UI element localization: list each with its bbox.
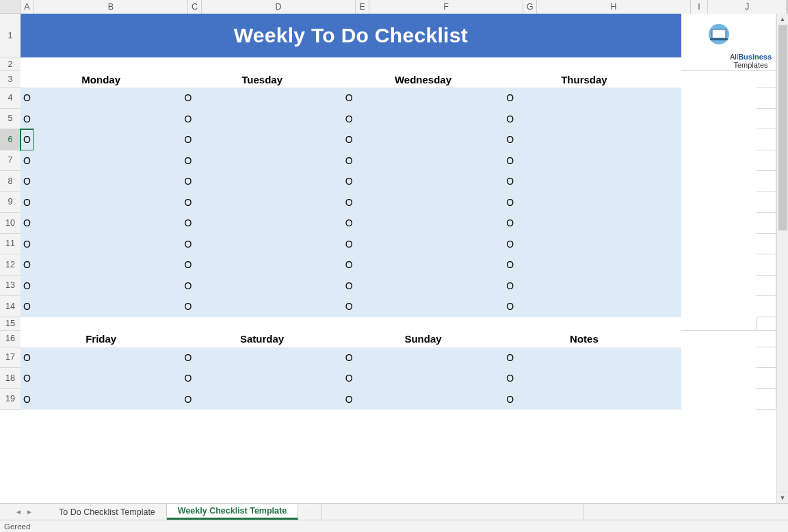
checklist-line[interactable] xyxy=(356,171,503,192)
cell[interactable] xyxy=(665,71,681,88)
row-header-4[interactable]: 4 xyxy=(0,88,21,109)
checklist-mark[interactable]: O xyxy=(343,296,356,317)
checklist-line[interactable] xyxy=(34,150,181,172)
col-header-G[interactable]: G xyxy=(523,0,537,14)
checklist-mark[interactable]: O xyxy=(181,389,194,410)
checklist-line[interactable] xyxy=(34,192,181,213)
sheet-tab-todo[interactable]: To Do Checklist Template xyxy=(48,504,167,520)
checklist-mark[interactable]: O xyxy=(181,129,194,150)
cell[interactable] xyxy=(34,317,181,331)
cell[interactable] xyxy=(681,296,757,317)
checklist-line[interactable] xyxy=(195,296,343,317)
cell[interactable] xyxy=(757,109,776,130)
checklist-line[interactable] xyxy=(34,296,181,317)
cell[interactable] xyxy=(757,171,776,192)
checklist-line[interactable] xyxy=(517,213,665,234)
checklist-line[interactable] xyxy=(517,254,665,276)
row-header-11[interactable]: 11 xyxy=(0,234,21,255)
checklist-mark[interactable]: O xyxy=(21,368,34,389)
cell[interactable] xyxy=(681,88,757,109)
checklist-mark[interactable]: O xyxy=(343,150,356,172)
cell[interactable] xyxy=(757,88,776,109)
row-header-19[interactable]: 19 xyxy=(0,389,21,410)
checklist-mark[interactable]: O xyxy=(343,389,356,410)
cell[interactable] xyxy=(757,129,776,150)
checklist-mark[interactable]: O xyxy=(503,150,516,172)
cell[interactable] xyxy=(343,317,356,331)
checklist-mark[interactable]: O xyxy=(503,347,516,369)
checklist-line[interactable] xyxy=(517,129,665,150)
checklist-mark[interactable]: O xyxy=(343,234,356,255)
cell[interactable] xyxy=(665,109,681,130)
checklist-line[interactable] xyxy=(356,129,503,150)
row-headers[interactable]: 12345678910111213141516171819 xyxy=(0,14,21,410)
cell[interactable] xyxy=(757,14,776,57)
checklist-line[interactable] xyxy=(34,129,181,150)
sheet-tab-add[interactable] xyxy=(298,504,321,520)
checklist-mark[interactable]: O xyxy=(343,171,356,192)
row-header-1[interactable]: 1 xyxy=(0,14,21,57)
checklist-line[interactable] xyxy=(34,389,181,410)
checklist-line[interactable] xyxy=(195,389,343,410)
checklist-line[interactable] xyxy=(517,109,665,130)
checklist-line[interactable] xyxy=(34,234,181,255)
row-header-5[interactable]: 5 xyxy=(0,109,21,130)
checklist-line[interactable] xyxy=(195,276,343,297)
checklist-mark[interactable]: O xyxy=(181,276,194,297)
row-header-3[interactable]: 3 xyxy=(0,71,21,88)
cell[interactable] xyxy=(665,150,681,172)
checklist-mark[interactable]: O xyxy=(343,368,356,389)
cell[interactable] xyxy=(516,57,664,71)
cell[interactable] xyxy=(757,296,776,317)
select-all-corner[interactable] xyxy=(0,0,21,14)
checklist-mark[interactable]: O xyxy=(21,254,34,276)
checklist-line[interactable] xyxy=(195,192,343,213)
checklist-line[interactable] xyxy=(517,389,665,410)
cell[interactable] xyxy=(665,213,681,234)
cell[interactable] xyxy=(34,57,181,71)
cell[interactable] xyxy=(681,129,757,150)
row-header-10[interactable]: 10 xyxy=(0,213,21,234)
checklist-mark[interactable]: O xyxy=(21,150,34,172)
cell[interactable] xyxy=(665,234,681,255)
checklist-mark[interactable]: O xyxy=(343,347,356,369)
cell[interactable] xyxy=(681,150,757,172)
checklist-line[interactable] xyxy=(34,213,181,234)
cell[interactable] xyxy=(681,192,757,213)
checklist-mark[interactable]: O xyxy=(503,368,516,389)
checklist-line[interactable] xyxy=(517,150,665,172)
cell[interactable] xyxy=(681,171,757,192)
cell[interactable] xyxy=(757,347,776,369)
row-header-17[interactable]: 17 xyxy=(0,347,21,369)
cell[interactable] xyxy=(665,57,681,71)
cell[interactable] xyxy=(356,57,503,71)
checklist-mark[interactable]: O xyxy=(21,389,34,410)
cell[interactable] xyxy=(681,254,757,276)
checklist-line[interactable] xyxy=(34,368,181,389)
checklist-mark[interactable]: O xyxy=(503,192,516,213)
checklist-line[interactable] xyxy=(356,254,503,276)
row-header-13[interactable]: 13 xyxy=(0,276,21,297)
checklist-line[interactable] xyxy=(356,150,503,172)
checklist-line[interactable] xyxy=(356,389,503,410)
cell[interactable] xyxy=(681,71,757,88)
cell[interactable] xyxy=(757,192,776,213)
checklist-mark[interactable]: O xyxy=(21,296,34,317)
cell[interactable] xyxy=(516,317,664,331)
checklist-line[interactable] xyxy=(356,368,503,389)
cell[interactable] xyxy=(681,276,757,297)
row-header-6[interactable]: 6 xyxy=(0,129,21,150)
checklist-line[interactable] xyxy=(517,192,665,213)
cell[interactable] xyxy=(503,57,516,71)
cell[interactable] xyxy=(665,331,681,347)
row-header-14[interactable]: 14 xyxy=(0,296,21,317)
scroll-thumb[interactable] xyxy=(778,25,787,230)
checklist-mark[interactable]: O xyxy=(343,192,356,213)
cell[interactable] xyxy=(757,317,776,331)
checklist-line[interactable] xyxy=(195,88,343,109)
checklist-mark[interactable]: O xyxy=(503,129,516,150)
checklist-line[interactable] xyxy=(356,347,503,369)
cell[interactable] xyxy=(757,150,776,172)
col-header-F[interactable]: F xyxy=(369,0,523,14)
cell[interactable] xyxy=(665,129,681,150)
